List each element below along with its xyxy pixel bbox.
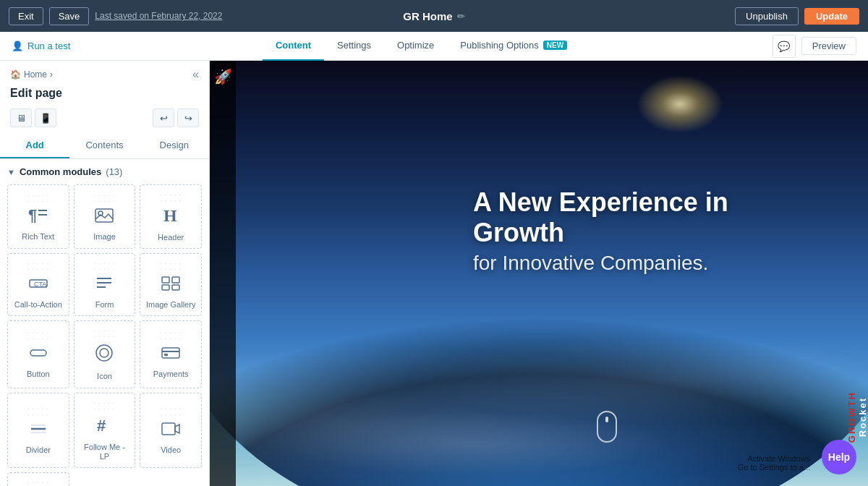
tab-publishing[interactable]: Publishing Options NEW [447, 32, 580, 61]
module-button[interactable]: · · · · ·· · · · · Button [7, 320, 69, 388]
scroll-dot [605, 417, 608, 422]
drag-handle: · · · · ·· · · · · [161, 261, 182, 273]
module-video[interactable]: · · · · ·· · · · · Video [140, 393, 202, 468]
sub-nav-tabs: Content Settings Optimize Publishing Opt… [263, 32, 580, 61]
svg-rect-13 [162, 285, 169, 290]
tab-optimize[interactable]: Optimize [384, 32, 447, 61]
activate-line1: Activate Windows [738, 454, 810, 463]
sidebar-tab-add[interactable]: Add [0, 133, 69, 158]
drag-handle: · · · · ·· · · · · [161, 192, 182, 204]
gallery-icon [161, 276, 181, 296]
button-icon [28, 345, 48, 365]
module-meetings[interactable]: · · · · ·· · · · · 31 Meetings [7, 472, 69, 486]
svg-rect-14 [172, 285, 179, 290]
desktop-view-button[interactable]: 🖥 [10, 108, 32, 127]
mobile-view-button[interactable]: 📱 [35, 108, 56, 127]
drag-handle: · · · · ·· · · · · [161, 406, 182, 418]
activate-windows-notice: Activate Windows Go to Settings to a... [738, 454, 810, 472]
drag-handle: · · · · ·· · · · · [27, 331, 48, 342]
preview-area: 🚀 A New Experience in Growth for Innovat… [210, 61, 868, 486]
update-button[interactable]: Update [804, 8, 859, 25]
module-follow-me[interactable]: · · · · ·· · · · · # Follow Me - LP [74, 393, 136, 468]
module-image-gallery[interactable]: · · · · ·· · · · · Image Gallery [140, 253, 202, 316]
run-test-label[interactable]: Run a test [27, 40, 70, 51]
svg-point-17 [100, 349, 109, 357]
brand-rocket: Rocket [857, 397, 868, 437]
collapse-modules-icon[interactable]: ▼ [7, 168, 15, 176]
drag-handle: · · · · ·· · · · · [161, 331, 182, 342]
svg-text:¶: ¶ [28, 208, 37, 223]
rich-text-label: Rich Text [22, 232, 54, 242]
module-payments[interactable]: · · · · ·· · · · · Payments [140, 320, 202, 388]
modules-title: Common modules [20, 166, 101, 177]
rocket-bar: 🚀 [210, 61, 236, 486]
drag-handle: · · · · ·· · · · · [94, 261, 115, 273]
activate-line2: Go to Settings to a... [738, 463, 810, 472]
sub-nav-right: 💬 Preview [773, 35, 856, 58]
breadcrumb-home[interactable]: Home [24, 69, 47, 80]
unpublish-button[interactable]: Unpublish [735, 7, 799, 25]
top-bar: Exit Save Last saved on February 22, 202… [0, 0, 868, 32]
header-label: Header [158, 233, 184, 242]
form-label: Form [95, 300, 114, 310]
new-badge: NEW [543, 40, 567, 50]
sub-nav: 👤 Run a test Content Settings Optimize P… [0, 32, 868, 61]
module-form[interactable]: · · · · ·· · · · · Form [74, 253, 136, 316]
undo-button[interactable]: ↩ [153, 108, 174, 127]
svg-rect-25 [162, 423, 175, 435]
image-icon [94, 208, 114, 228]
exit-button[interactable]: Exit [9, 7, 43, 25]
brand-growth: GROWTH [846, 391, 857, 443]
module-icon[interactable]: · · · · ·· · · · · Icon [74, 320, 136, 388]
video-icon [161, 421, 181, 441]
breadcrumb: 🏠 Home › [10, 69, 53, 80]
svg-rect-11 [162, 277, 169, 283]
module-rich-text[interactable]: · · · · ·· · · · · ¶ Rich Text [7, 184, 69, 249]
comment-button[interactable]: 💬 [773, 35, 796, 58]
preview-button[interactable]: Preview [801, 37, 856, 55]
earth-background: 🚀 A New Experience in Growth for Innovat… [210, 61, 868, 486]
module-image[interactable]: · · · · ·· · · · · Image [74, 184, 136, 249]
collapse-sidebar-icon[interactable]: « [192, 68, 199, 81]
help-button[interactable]: Help [822, 440, 856, 474]
payments-icon [161, 345, 181, 365]
drag-handle: · · · · ·· · · · · [27, 193, 48, 205]
video-label: Video [161, 446, 181, 455]
redo-button[interactable]: ↪ [177, 108, 199, 127]
svg-text:CTA: CTA [34, 281, 46, 288]
run-test-link[interactable]: 👤 Run a test [12, 40, 70, 51]
module-divider[interactable]: · · · · ·· · · · · Divider [7, 393, 69, 468]
form-icon [94, 276, 114, 296]
drag-handle: · · · · ·· · · · · [27, 480, 48, 486]
divider-icon [28, 421, 48, 441]
svg-rect-12 [172, 277, 179, 283]
save-button[interactable]: Save [49, 7, 90, 25]
sidebar-tab-design[interactable]: Design [140, 133, 209, 158]
sidebar-tab-contents[interactable]: Contents [69, 133, 139, 158]
svg-rect-20 [164, 354, 168, 356]
sidebar-tabs: Add Contents Design [0, 133, 209, 159]
sidebar: 🏠 Home › « Edit page 🖥 📱 ↩ ↪ Add Content… [0, 61, 210, 486]
modules-header: ▼ Common modules (13) [7, 166, 202, 177]
sidebar-header: 🏠 Home › « [0, 61, 209, 84]
home-icon: 🏠 [10, 69, 21, 80]
svg-rect-15 [30, 350, 46, 356]
edit-page-heading: Edit page [0, 84, 209, 106]
module-call-to-action[interactable]: · · · · ·· · · · · CTA Call-to-Action [7, 253, 69, 316]
module-header[interactable]: · · · · ·· · · · · H Header [140, 184, 202, 249]
person-icon: 👤 [12, 40, 23, 51]
tab-settings[interactable]: Settings [324, 32, 384, 61]
drag-handle: · · · · ·· · · · · [27, 406, 48, 418]
drag-handle: · · · · ·· · · · · [27, 261, 48, 273]
top-bar-right: Unpublish Update [735, 7, 859, 25]
undo-redo: ↩ ↪ [153, 108, 199, 127]
payments-label: Payments [153, 370, 189, 379]
svg-rect-18 [162, 348, 179, 358]
svg-text:#: # [97, 417, 106, 434]
cta-label: Call-to-Action [14, 300, 62, 310]
divider-label: Divider [26, 446, 51, 455]
edit-title-icon[interactable]: ✏ [457, 11, 465, 22]
modules-section: ▼ Common modules (13) · · · · ·· · · · ·… [0, 159, 209, 486]
cta-icon: CTA [28, 276, 48, 296]
tab-content[interactable]: Content [263, 32, 324, 61]
